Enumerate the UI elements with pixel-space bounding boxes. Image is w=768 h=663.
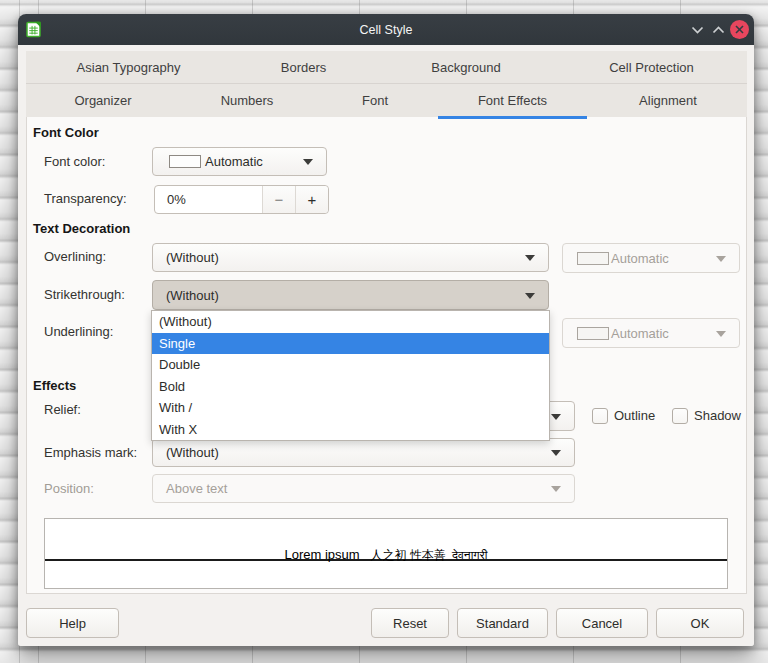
emphasis-mark-label: Emphasis mark: — [44, 445, 137, 461]
close-x-icon — [735, 25, 744, 34]
preview-window: Lorem ipsum人之初 性本善देवनागरी — [44, 518, 728, 589]
shadow-checkbox[interactable] — [672, 408, 688, 424]
tab-asian-typography[interactable]: Asian Typography — [26, 51, 231, 83]
underlining-color-combobox: Automatic — [562, 318, 740, 348]
standard-button[interactable]: Standard — [457, 608, 548, 638]
strikethrough-label: Strikethrough: — [44, 287, 125, 303]
dropdown-item-with-x[interactable]: With X — [152, 419, 549, 441]
position-label: Position: — [44, 481, 94, 497]
font-color-combobox[interactable]: Automatic — [152, 147, 327, 176]
font-color-label: Font color: — [44, 154, 105, 170]
transparency-value[interactable]: 0% — [155, 186, 262, 213]
help-button[interactable]: Help — [26, 608, 119, 638]
underlining-label: Underlining: — [44, 324, 113, 340]
font-color-swatch — [169, 155, 201, 168]
overlining-label: Overlining: — [44, 249, 106, 265]
tab-organizer[interactable]: Organizer — [26, 84, 180, 117]
text-decoration-header: Text Decoration — [33, 221, 130, 236]
tab-row-2: Organizer Numbers Font Font Effects Alig… — [26, 84, 747, 117]
dropdown-item-with-slash[interactable]: With / — [152, 397, 549, 419]
chevron-down-icon — [691, 26, 704, 34]
cell-style-dialog: Cell Style Asian Typography — [18, 14, 754, 646]
overlining-combobox[interactable]: (Without) — [152, 243, 549, 272]
effects-header: Effects — [33, 378, 76, 393]
strikethrough-dropdown-list: (Without) Single Double Bold With / With… — [151, 310, 550, 441]
transparency-increment-button[interactable]: + — [295, 186, 328, 213]
outline-label: Outline — [614, 408, 655, 424]
tab-row-1: Asian Typography Borders Background Cell… — [26, 51, 747, 84]
tab-strip: Asian Typography Borders Background Cell… — [26, 51, 747, 117]
ok-button[interactable]: OK — [656, 608, 744, 638]
close-circle — [730, 20, 749, 39]
tab-cell-protection[interactable]: Cell Protection — [556, 51, 747, 83]
relief-label: Relief: — [44, 402, 81, 418]
tab-background[interactable]: Background — [376, 51, 556, 83]
dropdown-arrow-icon — [716, 331, 726, 337]
reset-button[interactable]: Reset — [371, 608, 449, 638]
emphasis-mark-combobox[interactable]: (Without) — [152, 438, 575, 467]
tab-numbers[interactable]: Numbers — [180, 84, 314, 117]
font-color-header: Font Color — [33, 125, 99, 140]
dropdown-arrow-icon — [716, 256, 726, 262]
chevron-up-icon — [712, 26, 725, 34]
dropdown-item-without[interactable]: (Without) — [152, 311, 549, 333]
dropdown-arrow-icon — [525, 255, 535, 261]
transparency-spinbox[interactable]: 0% − + — [154, 185, 329, 214]
dropdown-arrow-icon — [551, 450, 561, 456]
dialog-body: Asian Typography Borders Background Cell… — [18, 45, 754, 646]
position-combobox: Above text — [152, 474, 575, 503]
dropdown-item-double[interactable]: Double — [152, 354, 549, 376]
overlining-color-swatch — [577, 252, 609, 265]
shadow-label: Shadow — [694, 408, 741, 424]
tab-alignment[interactable]: Alignment — [589, 84, 747, 117]
transparency-label: Transparency: — [44, 191, 127, 207]
strikethrough-combobox[interactable]: (Without) — [152, 280, 549, 310]
dropdown-arrow-icon — [303, 159, 313, 165]
dialog-title: Cell Style — [18, 23, 754, 37]
dialog-titlebar[interactable]: Cell Style — [18, 14, 754, 45]
transparency-decrement-button[interactable]: − — [262, 186, 295, 213]
overlining-color-combobox: Automatic — [562, 243, 740, 273]
tab-font-effects[interactable]: Font Effects — [436, 84, 589, 117]
dropdown-arrow-icon — [525, 293, 535, 299]
dropdown-arrow-icon — [551, 486, 561, 492]
close-button[interactable] — [726, 14, 752, 45]
cancel-button[interactable]: Cancel — [556, 608, 648, 638]
dropdown-item-bold[interactable]: Bold — [152, 376, 549, 398]
tab-font[interactable]: Font — [314, 84, 436, 117]
dropdown-arrow-icon — [551, 414, 561, 420]
dropdown-item-single[interactable]: Single — [152, 333, 549, 355]
underlining-color-swatch — [577, 327, 609, 340]
preview-text: Lorem ipsum人之初 性本善देवनागरी — [45, 545, 727, 565]
outline-checkbox[interactable] — [592, 408, 608, 424]
tab-borders[interactable]: Borders — [231, 51, 376, 83]
